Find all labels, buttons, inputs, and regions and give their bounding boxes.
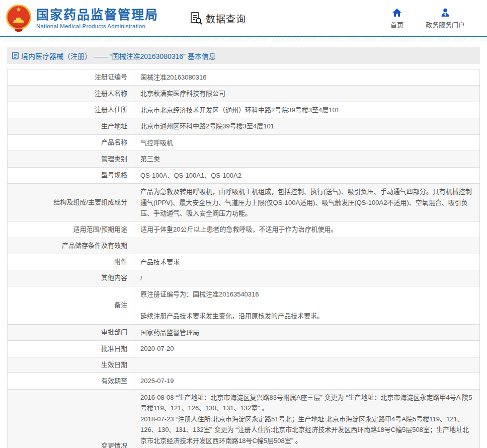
row-label: 其他内容 xyxy=(8,270,134,286)
row-value: QS-100A、QS-100A1、QS-100A2 xyxy=(134,167,480,183)
row-label: 有效期至 xyxy=(8,373,134,389)
nav-item-portal[interactable]: 政务服务门户 xyxy=(426,8,465,29)
row-label: 型号规格 xyxy=(8,167,134,183)
row-label: 管理类别 xyxy=(8,151,134,167)
row-label: 变更情况 xyxy=(8,389,134,448)
registration-info-table: 注册证编号 国械注准20163080316 注册人名称 北京秋满实医疗科技有限公… xyxy=(7,69,480,448)
row-value: 2020-07-20 xyxy=(134,341,480,357)
row-value: 气控呼吸机 xyxy=(134,134,480,151)
data-query-label: 数据查询 xyxy=(206,12,246,25)
row-label: 适用范围/预期用途 xyxy=(8,221,134,238)
table-row: 适用范围/预期用途 适用于体重20公斤以上患者的急救呼吸，不适用于作为治疗机使用… xyxy=(8,221,480,238)
nav-home-label: 首页 xyxy=(390,20,403,29)
row-label: 注册人名称 xyxy=(8,86,134,102)
row-label: 注册人住所 xyxy=(8,102,134,118)
header-separator xyxy=(0,36,487,41)
brand-name-en: National Medical Products Administration xyxy=(36,23,158,29)
table-row: 备注 原注册证编号为：国械注准20163540316 延续注册产品技术要求发生变… xyxy=(8,286,480,324)
document-search-icon xyxy=(190,12,203,25)
top-nav: 首页 政务服务门户 xyxy=(390,8,465,29)
row-label: 结构及组成/主要组成成分 xyxy=(8,184,134,221)
row-value: 北京市北京经济技术开发区（通州）环科中路2号院39号楼3至4层101 xyxy=(134,102,480,118)
table-row: 产品名称 气控呼吸机 xyxy=(8,134,480,151)
table-row: 注册人名称 北京秋满实医疗科技有限公司 xyxy=(8,86,480,102)
table-row: 管理类别 第三类 xyxy=(8,151,480,167)
table-row: 生产地址 北京市通州区环科中路2号院39号楼3至4层101 xyxy=(8,118,480,134)
brand-block: 国家药品监督管理局 National Medical Products Admi… xyxy=(36,7,158,29)
national-emblem-icon: ★ xyxy=(6,5,31,32)
row-label: 产品名称 xyxy=(8,134,134,151)
brand-name-cn: 国家药品监督管理局 xyxy=(36,7,158,22)
nav-portal-label: 政务服务门户 xyxy=(426,20,465,29)
table-row: 审批部门 国家药品监督管理局 xyxy=(8,324,480,340)
row-label: 注册证编号 xyxy=(8,69,134,86)
row-value: 国家药品监督管理局 xyxy=(134,324,480,340)
row-value: 国械注准20163080316 xyxy=(134,69,480,86)
table-row: 产品储存条件及有效期 xyxy=(8,238,480,254)
row-label: 批准日期 xyxy=(8,341,134,357)
table-row: 有效期至 2025-07-19 xyxy=(8,373,480,389)
title-bar: 境内医疗器械（注册） —— “国械注准20163080316” 基本信息 xyxy=(7,47,480,64)
emblem-stars-icon: ★ xyxy=(6,6,31,13)
row-value: 北京市通州区环科中路2号院39号楼3至4层101 xyxy=(134,118,480,134)
page-header: ★ 国家药品监督管理局 National Medical Products Ad… xyxy=(0,0,487,36)
row-value: 原注册证编号为：国械注准20163540316 延续注册产品技术要求发生变化，沿… xyxy=(134,286,480,324)
nav-item-home[interactable]: 首页 xyxy=(390,8,403,29)
row-label: 生产地址 xyxy=(8,118,134,134)
row-value: 产品为急救及转用呼吸机，由呼吸机主机组成，包括控制、执行(送气)、吸引负压、手动… xyxy=(134,184,480,221)
table-row: 变更情况 2016-08-08 “生产地址：北京市海淀区复兴路83号附属A座三层… xyxy=(8,389,480,448)
page-title: 境内医疗器械（注册） —— “国械注准20163080316” 基本信息 xyxy=(21,51,216,61)
table-row: 结构及组成/主要组成成分 产品为急救及转用呼吸机，由呼吸机主机组成，包括控制、执… xyxy=(8,184,480,221)
row-value: / xyxy=(134,270,480,286)
table-row: 其他内容 / xyxy=(8,270,480,286)
row-value: 2025-07-19 xyxy=(134,373,480,389)
change-history-value: 2016-08-08 “生产地址：北京市海淀区复兴路83号附属A座三层” 变更为… xyxy=(134,389,480,448)
row-value: 北京秋满实医疗科技有限公司 xyxy=(134,86,480,102)
table-row: 注册人住所 北京市北京经济技术开发区（通州）环科中路2号院39号楼3至4层101 xyxy=(8,102,480,118)
row-value: 第三类 xyxy=(134,151,480,167)
row-value xyxy=(134,238,480,254)
row-value xyxy=(134,357,480,373)
row-value: 适用于体重20公斤以上患者的急救呼吸，不适用于作为治疗机使用。 xyxy=(134,221,480,238)
table-row: 生效日期 xyxy=(8,357,480,373)
table-row: 注册证编号 国械注准20163080316 xyxy=(8,69,480,86)
data-query-entry[interactable]: 数据查询 xyxy=(190,12,246,25)
row-label: 备注 xyxy=(8,286,134,324)
table-row: 附件 产品技术要求 xyxy=(8,254,480,270)
row-label: 附件 xyxy=(8,254,134,270)
table-row: 型号规格 QS-100A、QS-100A1、QS-100A2 xyxy=(8,167,480,183)
row-label: 产品储存条件及有效期 xyxy=(8,238,134,254)
home-icon xyxy=(392,8,402,18)
row-value: 产品技术要求 xyxy=(134,254,480,270)
table-row: 批准日期 2020-07-20 xyxy=(8,341,480,357)
row-label: 审批部门 xyxy=(8,324,134,340)
row-label: 生效日期 xyxy=(8,357,134,373)
user-icon xyxy=(440,8,450,18)
document-icon xyxy=(12,52,19,59)
